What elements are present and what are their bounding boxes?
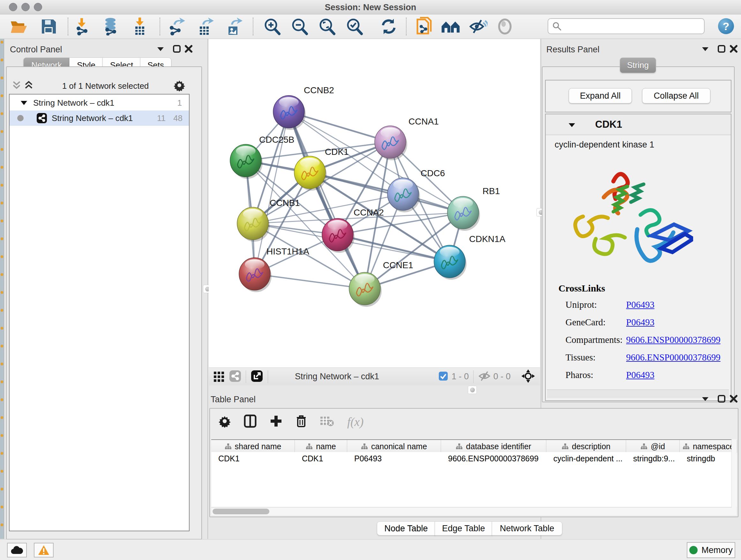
- column-header-canonical-name[interactable]: canonical name: [347, 440, 441, 453]
- node-label: CCNA2: [354, 207, 384, 217]
- expand-all-button[interactable]: Expand All: [569, 88, 632, 104]
- column-header-shared-name[interactable]: shared name: [211, 440, 295, 453]
- collapse-all-label: Collapse All: [654, 91, 698, 101]
- panel-close-button[interactable]: [730, 395, 738, 404]
- network-edge[interactable]: [310, 172, 463, 212]
- node-label: CDK1: [325, 147, 349, 157]
- panel-menu-button[interactable]: [157, 46, 164, 53]
- column-header-namespace[interactable]: namespace: [680, 440, 737, 453]
- column-header-name[interactable]: name: [295, 440, 347, 453]
- delete-table-button[interactable]: [320, 415, 334, 428]
- table-settings-button[interactable]: [218, 415, 231, 429]
- table-cell[interactable]: stringdb: [680, 452, 737, 465]
- cloud-status-button[interactable]: [7, 543, 27, 557]
- table-cell[interactable]: CDK1: [295, 452, 347, 465]
- open-session-button[interactable]: [9, 17, 28, 36]
- panel-float-button[interactable]: [718, 395, 726, 404]
- scrollbar-thumb[interactable]: [212, 509, 269, 514]
- function-builder-button[interactable]: f(x): [347, 415, 363, 429]
- show-columns-button[interactable]: [244, 415, 257, 429]
- import-table-button[interactable]: [130, 17, 149, 36]
- network-collection-row[interactable]: String Network – cdk1 1: [10, 95, 189, 111]
- eye-slash-icon: [468, 18, 488, 35]
- show-panels-button[interactable]: [495, 17, 515, 36]
- grid-view-button[interactable]: [213, 370, 225, 383]
- tissues-link[interactable]: 9606.ENSP00000378699: [626, 352, 721, 363]
- network-node-ccnb1[interactable]: CCNB1: [237, 198, 300, 242]
- network-node-count: 11: [157, 113, 165, 123]
- delete-column-button[interactable]: [295, 415, 307, 429]
- column-tree-icon: [456, 443, 463, 449]
- panel-menu-button[interactable]: [701, 396, 709, 403]
- help-button[interactable]: ?: [718, 18, 734, 34]
- network-canvas[interactable]: CCNB2CCNA1CDC25BCDK1CDC6RB1CCNB1CCNA2CDK…: [209, 39, 540, 368]
- node-label: CCNB2: [304, 85, 334, 95]
- table-cell[interactable]: stringdb:9...: [626, 452, 680, 465]
- export-image-icon: [225, 17, 243, 36]
- panel-float-button[interactable]: [718, 45, 726, 54]
- uniprot-link[interactable]: P06493: [626, 300, 655, 310]
- protein-section-header[interactable]: CDK1: [546, 114, 731, 135]
- column-header--id[interactable]: @id: [626, 440, 680, 453]
- network-node-hist1h1a[interactable]: HIST1H1A: [239, 246, 309, 292]
- collapse-all-button[interactable]: Collapse All: [642, 88, 711, 104]
- save-session-button[interactable]: [39, 17, 58, 36]
- node-label: CDKN1A: [469, 234, 506, 244]
- tab-node-table[interactable]: Node Table: [377, 521, 435, 536]
- table-cell[interactable]: CDK1: [211, 452, 295, 465]
- export-network-button[interactable]: [166, 17, 186, 36]
- network-node-rb1[interactable]: RB1: [448, 186, 500, 231]
- table-data-row[interactable]: CDK1CDK1P064939606.ENSP00000378699cyclin…: [211, 452, 737, 465]
- export-table-button[interactable]: [195, 17, 214, 36]
- tab-string[interactable]: String: [620, 57, 656, 73]
- compartments-link[interactable]: 9606.ENSP00000378699: [626, 334, 721, 345]
- panel-menu-button[interactable]: [701, 46, 709, 53]
- memory-status-dot: [689, 546, 697, 554]
- warnings-button[interactable]: [34, 543, 54, 557]
- network-node-cdkn1a[interactable]: CDKN1A: [434, 234, 506, 280]
- network-graph: CCNB2CCNA1CDC25BCDK1CDC6RB1CCNB1CCNA2CDK…: [209, 39, 540, 368]
- tab-edge-table[interactable]: Edge Table: [434, 521, 492, 536]
- refresh-layout-button[interactable]: [379, 17, 398, 36]
- table-hscrollbar[interactable]: [211, 508, 737, 515]
- homes-button[interactable]: [441, 17, 460, 36]
- import-network-button[interactable]: [73, 17, 92, 36]
- genecard-link[interactable]: P06493: [626, 317, 655, 327]
- column-header-database-identifier[interactable]: database identifier: [441, 440, 546, 453]
- add-column-button[interactable]: [269, 415, 283, 429]
- network-view-share-button[interactable]: [229, 370, 241, 383]
- expand-all-label: Expand All: [580, 91, 621, 101]
- results-panel-title: Results Panel: [546, 45, 600, 55]
- table-vscrollbar[interactable]: [731, 439, 737, 508]
- column-tree-icon: [361, 443, 368, 449]
- column-header-description[interactable]: description: [546, 440, 626, 453]
- export-image-button[interactable]: [224, 17, 243, 36]
- network-node-ccna1[interactable]: CCNA1: [375, 117, 439, 160]
- memory-button[interactable]: Memory: [687, 542, 735, 558]
- tab-network-table[interactable]: Network Table: [492, 521, 562, 536]
- import-database-button[interactable]: [101, 17, 120, 36]
- column-tree-icon: [225, 443, 232, 449]
- panel-float-button[interactable]: [173, 45, 181, 54]
- network-list: String Network – cdk1 1 String Network –…: [9, 94, 190, 531]
- network-row[interactable]: String Network – cdk1 11 48: [10, 111, 189, 126]
- hide-panels-button[interactable]: [468, 17, 488, 36]
- panel-close-button[interactable]: [730, 45, 738, 54]
- network-from-document-button[interactable]: [415, 17, 434, 36]
- search-input[interactable]: [548, 18, 704, 34]
- zoom-in-button[interactable]: [262, 17, 281, 36]
- zoom-selected-button[interactable]: [345, 17, 364, 36]
- network-node-cdc25b[interactable]: CDC25B: [230, 135, 294, 179]
- panel-close-button[interactable]: [185, 45, 193, 54]
- network-options-button[interactable]: [173, 79, 185, 92]
- pharos-link[interactable]: P06493: [626, 370, 655, 380]
- detach-view-button[interactable]: [251, 370, 263, 384]
- table-cell[interactable]: P06493: [347, 452, 441, 465]
- zoom-in-icon: [263, 17, 281, 36]
- selected-checkbox[interactable]: [438, 371, 448, 382]
- zoom-out-button[interactable]: [290, 17, 309, 36]
- zoom-fit-button[interactable]: [317, 17, 336, 36]
- table-cell[interactable]: 9606.ENSP00000378699: [441, 452, 546, 465]
- table-cell[interactable]: cyclin-dependent ...: [546, 452, 626, 465]
- birdseye-toggle-button[interactable]: [522, 369, 535, 384]
